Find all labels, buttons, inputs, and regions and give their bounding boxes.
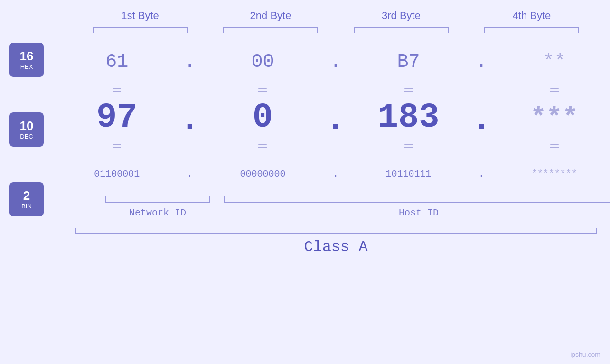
hex-badge-label: HEX: [20, 63, 33, 70]
bracket-top-4: [484, 27, 579, 33]
eq2-line-3a: [404, 144, 413, 145]
eq2-line-2b: [258, 147, 267, 148]
host-id-label: Host ID: [399, 207, 439, 218]
eq-2: [210, 86, 315, 93]
bin-val-4: ********: [502, 168, 607, 179]
eq-line-2a: [258, 88, 267, 89]
bracket-bottom-host: [224, 196, 610, 203]
eq-line-4a: [550, 88, 559, 89]
eq2-1: [65, 142, 169, 149]
hex-dot-1: .: [183, 51, 197, 73]
eq-bar-3: [407, 86, 411, 93]
equals-row-1: [44, 83, 610, 96]
eq-line-4b: [550, 91, 559, 92]
eq2-bar-4: [553, 142, 556, 149]
bin-val-2: 00000000: [210, 168, 315, 179]
dec-val-1: 97: [65, 98, 169, 137]
eq-4: [502, 86, 607, 93]
hex-dot-2: .: [328, 51, 343, 73]
byte-header-1: 1st Byte: [85, 9, 195, 22]
hex-badge: 16 HEX: [9, 43, 44, 77]
bin-badge: 2 BIN: [9, 182, 44, 216]
eq-line-3a: [404, 88, 413, 89]
bin-dot-3: .: [474, 168, 488, 179]
main-area: 16 HEX 10 DEC 2 BIN 61 .: [0, 38, 610, 218]
eq-line-1a: [113, 88, 121, 89]
full-bottom-bracket: [75, 228, 597, 234]
bin-val-1: 01100001: [65, 168, 169, 179]
eq-1: [65, 86, 169, 93]
network-id-label: Network ID: [105, 207, 210, 218]
hex-dot-3: .: [474, 51, 488, 73]
badges-column: 16 HEX 10 DEC 2 BIN: [0, 38, 44, 218]
bin-badge-label: BIN: [21, 203, 32, 210]
eq2-line-1b: [113, 147, 121, 148]
dec-val-3: 183: [357, 98, 461, 137]
hex-val-2: 00: [210, 51, 315, 73]
dec-badge: 10 DEC: [9, 112, 44, 147]
dec-val-2: 0: [210, 98, 315, 137]
bracket-top-2: [223, 27, 318, 33]
eq-bar-4: [553, 86, 556, 93]
eq2-line-4b: [550, 147, 559, 148]
top-brackets: [75, 27, 597, 33]
byte-headers: 1st Byte 2nd Byte 3rd Byte 4th Byte: [75, 9, 597, 22]
bin-dot-1: .: [183, 168, 197, 179]
watermark: ipshu.com: [570, 351, 601, 358]
eq-bar-2: [261, 86, 264, 93]
hex-val-3: B7: [357, 51, 461, 73]
eq2-4: [502, 142, 607, 149]
eq2-line-4a: [550, 144, 559, 145]
id-labels: Network ID Host ID: [105, 207, 610, 218]
eq2-line-1a: [113, 144, 121, 145]
byte-header-3: 3rd Byte: [347, 9, 456, 22]
class-a-label: Class A: [75, 238, 597, 256]
eq2-2: [210, 142, 315, 149]
bin-dot-2: .: [328, 168, 343, 179]
hex-val-1: 61: [65, 51, 169, 73]
eq2-3: [357, 142, 461, 149]
host-id-container: Host ID: [210, 207, 610, 218]
eq2-bar-3: [407, 142, 411, 149]
dec-val-4: ***: [502, 103, 607, 133]
eq2-line-2a: [258, 144, 267, 145]
hex-badge-num: 16: [20, 49, 34, 63]
dec-badge-label: DEC: [20, 133, 33, 140]
eq-3: [357, 86, 461, 93]
dec-row: 97 . 0 . 183 . ***: [44, 96, 610, 139]
main-container: 1st Byte 2nd Byte 3rd Byte 4th Byte 16 H…: [0, 0, 610, 364]
eq-line-3b: [404, 91, 413, 92]
eq-line-1b: [113, 91, 121, 92]
dec-dot-1: .: [183, 101, 197, 135]
dec-badge-num: 10: [20, 119, 34, 133]
bottom-brackets: [105, 196, 610, 205]
dec-dot-2: .: [328, 101, 343, 135]
bracket-top-1: [93, 27, 188, 33]
equals-row-2: [44, 139, 610, 152]
hex-val-4: **: [502, 51, 607, 73]
bin-badge-num: 2: [23, 189, 30, 203]
byte-header-2: 2nd Byte: [216, 9, 325, 22]
bin-val-3: 10110111: [357, 168, 461, 179]
bin-row: 01100001 . 00000000 . 10110111 .: [44, 152, 610, 195]
hex-row: 61 . 00 . B7 . **: [44, 40, 610, 83]
bracket-top-3: [354, 27, 449, 33]
dec-dot-3: .: [474, 101, 488, 135]
eq2-bar-2: [261, 142, 264, 149]
eq2-line-3b: [404, 147, 413, 148]
byte-header-4: 4th Byte: [477, 9, 586, 22]
bracket-bottom-network: [105, 196, 210, 203]
eq2-bar-1: [115, 142, 119, 149]
eq-line-2b: [258, 91, 267, 92]
values-grid: 61 . 00 . B7 . **: [44, 38, 610, 218]
eq-bar-1: [115, 86, 119, 93]
